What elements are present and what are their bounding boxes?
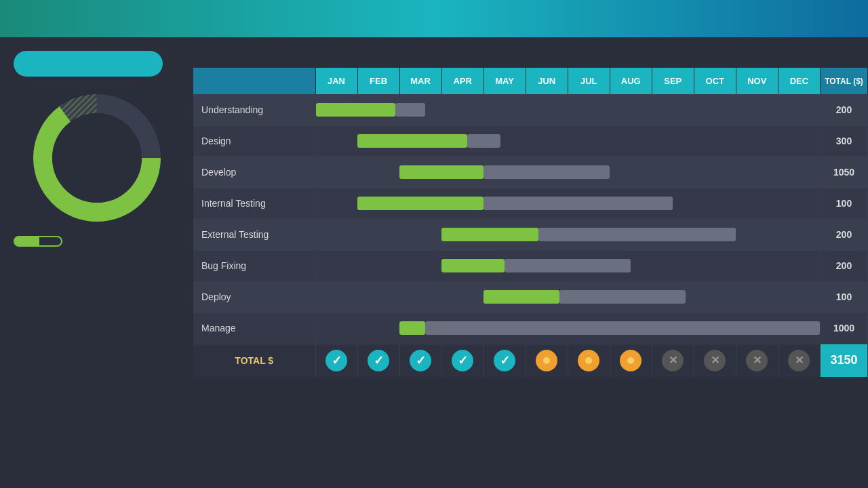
status-icon-x: ✕	[788, 350, 810, 371]
bar-green	[441, 228, 538, 241]
gantt-bar-cell	[315, 219, 821, 250]
status-cell	[610, 344, 652, 377]
status-cell: ✓	[484, 344, 526, 377]
status-cell: ✓	[399, 344, 441, 377]
donut-chart	[29, 90, 165, 226]
total-header: TOTAL ($)	[821, 68, 868, 94]
bar-gray	[484, 165, 610, 179]
month-aug: AUG	[610, 68, 652, 94]
status-cell: ✓	[315, 344, 357, 377]
task-total: 200	[821, 219, 868, 250]
bar-green	[399, 321, 425, 335]
bar-gray	[538, 228, 736, 241]
gantt-bar-cell	[315, 125, 821, 157]
task-label: External Testing	[193, 219, 315, 250]
status-cell: ✓	[357, 344, 399, 377]
chart-area: JAN FEB MAR APR MAY JUN JUL AUG SEP OCT …	[193, 68, 868, 451]
bar-gray	[484, 197, 673, 210]
svg-point-4	[52, 113, 142, 203]
status-cell: ✕	[652, 344, 694, 377]
month-sep: SEP	[652, 68, 694, 94]
task-label: Understanding	[193, 94, 315, 125]
total-label: TOTAL $	[193, 344, 315, 377]
grand-total: 3150	[821, 344, 868, 377]
month-feb: FEB	[357, 68, 399, 94]
month-jun: JUN	[526, 68, 568, 94]
bar-gray	[467, 134, 501, 148]
task-row: Internal Testing100	[193, 188, 868, 219]
bar-green	[441, 259, 505, 272]
task-row: Develop1050	[193, 157, 868, 188]
month-oct: OCT	[694, 68, 736, 94]
bar-gray	[395, 103, 425, 117]
status-cell	[526, 344, 568, 377]
task-label: Deploy	[193, 281, 315, 312]
legend-pending	[38, 236, 62, 247]
task-row: Bug Fixing200	[193, 250, 868, 281]
status-cell: ✓	[441, 344, 484, 377]
gantt-bar-cell	[315, 157, 821, 188]
status-icon-check: ✓	[410, 350, 431, 371]
task-row: External Testing200	[193, 219, 868, 250]
status-icon-pending	[536, 350, 557, 371]
task-total: 100	[821, 188, 868, 219]
gantt-bar-cell	[315, 281, 821, 312]
status-icon-check: ✓	[326, 350, 347, 371]
month-jan: JAN	[315, 68, 357, 94]
task-total: 1000	[821, 312, 868, 344]
task-label: Internal Testing	[193, 188, 315, 219]
status-icon-check: ✓	[452, 350, 473, 371]
task-label: Develop	[193, 157, 315, 188]
title-bar	[14, 51, 163, 77]
task-label: Manage	[193, 312, 315, 344]
gantt-bar-cell	[315, 94, 821, 125]
bar-gray	[425, 321, 820, 335]
header-row: JAN FEB MAR APR MAY JUN JUL AUG SEP OCT …	[193, 68, 868, 94]
status-cell: ✕	[736, 344, 778, 377]
gantt-bar-cell	[315, 250, 821, 281]
month-nov: NOV	[736, 68, 778, 94]
task-total: 1050	[821, 157, 868, 188]
task-row: Manage1000	[193, 312, 868, 344]
month-mar: MAR	[399, 68, 441, 94]
task-total: 200	[821, 250, 868, 281]
bar-gray	[505, 259, 631, 272]
month-jul: JUL	[568, 68, 610, 94]
month-dec: DEC	[778, 68, 820, 94]
status-icon-check: ✓	[368, 350, 389, 371]
task-row: Understanding200	[193, 94, 868, 125]
top-bar	[0, 0, 868, 37]
task-row: Design300	[193, 125, 868, 157]
status-icon-pending	[578, 350, 599, 371]
bar-green	[484, 290, 559, 304]
status-icon-x: ✕	[704, 350, 726, 371]
task-total: 100	[821, 281, 868, 312]
gantt-table: JAN FEB MAR APR MAY JUN JUL AUG SEP OCT …	[193, 68, 868, 377]
bar-green	[399, 165, 484, 179]
left-panel	[0, 37, 193, 488]
status-icon-x: ✕	[746, 350, 768, 371]
status-cell	[568, 344, 610, 377]
total-row: TOTAL $✓✓✓✓✓✕✕✕✕3150	[193, 344, 868, 377]
status-cell: ✕	[778, 344, 820, 377]
status-icon-x: ✕	[662, 350, 684, 371]
status-icon-check: ✓	[494, 350, 515, 371]
task-total: 200	[821, 94, 868, 125]
bar-gray	[559, 290, 686, 304]
bar-green	[316, 103, 396, 117]
year-header	[193, 68, 315, 94]
month-apr: APR	[441, 68, 484, 94]
task-label: Design	[193, 125, 315, 157]
status-icon-pending	[620, 350, 642, 371]
gantt-bar-cell	[315, 188, 821, 219]
month-may: MAY	[484, 68, 526, 94]
gantt-bar-cell	[315, 312, 821, 344]
legend	[14, 236, 180, 247]
legend-completed	[14, 236, 38, 247]
status-cell: ✕	[694, 344, 736, 377]
bar-green	[357, 197, 484, 210]
task-total: 300	[821, 125, 868, 157]
bar-green	[357, 134, 467, 148]
task-label: Bug Fixing	[193, 250, 315, 281]
task-row: Deploy100	[193, 281, 868, 312]
